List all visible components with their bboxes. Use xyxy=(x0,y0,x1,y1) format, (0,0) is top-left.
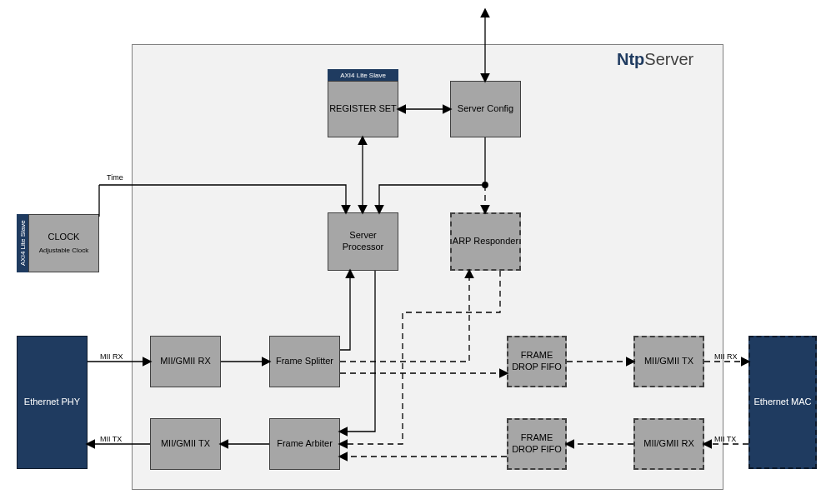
connectors-svg xyxy=(0,0,821,504)
